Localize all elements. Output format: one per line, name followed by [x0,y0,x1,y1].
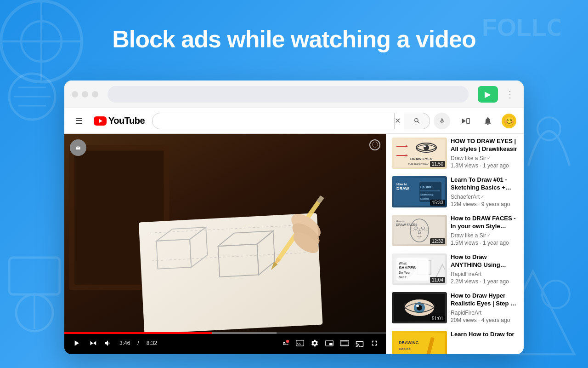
mic-button[interactable] [434,113,450,129]
settings-button[interactable] [309,337,321,349]
sidebar-video-info-6: Learn How to Draw for [451,331,518,340]
sidebar-video-title-3: How to DRAW FACES - In your own Style [F… [451,215,518,230]
sidebar-video-info-2: Learn To Draw #01 - Sketching Basics + M… [451,176,518,207]
sidebar-video-4[interactable]: What SHAPES Do You See? 11:04 How to Dra… [386,250,524,288]
svg-point-15 [537,117,560,140]
cast-button[interactable] [354,338,366,349]
browser-dots [72,91,98,98]
search-input[interactable] [152,113,395,129]
thumb-duration-5: 51:01 [430,316,445,322]
svg-rect-18 [467,118,469,123]
browser-play-button[interactable]: ▶ [478,86,498,103]
video-current-time: 3:46 [119,340,130,346]
youtube-sidebar: DRAW EYES THE EASY WAY 11:50 HOW TO DRAW… [386,134,524,354]
svg-text:Sketching: Sketching [420,193,434,196]
thumb-duration-1: 11:50 [430,161,445,167]
video-total-time: 8:32 [147,340,157,346]
doodle-bottom-left [0,248,69,340]
sidebar-video-title-6: Learn How to Draw for [451,331,518,339]
doodle-left-mid [5,69,60,124]
sidebar-video-2[interactable]: How to DRAW Ep. #01 Sketching Basics 15:… [386,172,524,211]
youtube-main: 🏔 ⓘ [64,134,524,354]
fullscreen-button[interactable] [368,337,380,349]
browser-dot-3 [92,91,98,98]
video-thumbnail-4: What SHAPES Do You See? 11:04 [392,253,447,285]
sidebar-video-title-1: HOW TO DRAW EYES | All styles | Drawlike… [451,138,518,153]
svg-text:DRAW EYES: DRAW EYES [410,157,433,161]
verified-icon-2: ✓ [481,194,484,199]
thumb-content-6: DRAWING Basics [392,331,447,354]
subtitles-button[interactable] [280,338,291,349]
sidebar-meta-1: 1.3M views · 1 year ago [451,162,518,169]
svg-rect-44 [341,341,348,345]
headline: Block ads while watching a video [0,25,588,53]
video-thumbnail-2: How to DRAW Ep. #01 Sketching Basics 15:… [392,176,447,207]
browser-address-bar[interactable] [107,86,469,103]
svg-text:DRAW FACES: DRAW FACES [396,223,418,226]
theater-button[interactable] [338,338,351,348]
svg-text:How to: How to [396,220,405,223]
thumb-duration-4: 11:04 [430,277,445,283]
svg-text:Basics: Basics [420,197,430,200]
svg-text:See?: See? [399,276,407,279]
svg-text:DRAW: DRAW [396,186,409,191]
hamburger-menu-icon[interactable]: ☰ [72,112,86,130]
sidebar-channel-2: SchaeferArt ✓ [451,194,518,200]
sidebar-meta-4: 2.2M views · 1 year ago [451,278,518,285]
right-controls: CC [280,337,380,349]
svg-point-52 [424,145,426,147]
svg-text:CC: CC [297,342,301,345]
svg-text:Do You: Do You [399,271,410,274]
search-button[interactable] [404,113,430,129]
svg-rect-5 [9,258,60,294]
sidebar-video-title-2: Learn To Draw #01 - Sketching Basics + M… [451,176,518,192]
volume-button[interactable] [102,337,114,349]
next-button[interactable] [86,337,98,349]
captions-button[interactable]: CC [294,338,306,348]
verified-icon-3: ✓ [487,233,491,238]
sidebar-channel-1: Draw like a Sir ✓ [451,155,518,161]
sidebar-video-info-1: HOW TO DRAW EYES | All styles | Drawlike… [451,138,518,169]
progress-buffered [212,332,277,334]
user-avatar[interactable]: 😊 [502,114,516,128]
sidebar-video-info-4: How to Draw ANYTHING Using Simple Shapes… [451,253,518,285]
video-content: 🏔 ⓘ [64,134,386,332]
browser-dot-2 [82,91,88,98]
youtube-logo[interactable]: YouTube [94,115,145,126]
youtube-header: ☰ YouTube ✕ [64,108,524,134]
sidebar-meta-2: 12M views · 9 years ago [451,201,518,207]
sidebar-video-5[interactable]: 51:01 How to Draw Hyper Realistic Eyes |… [386,288,524,327]
sidebar-video-6[interactable]: DRAWING Basics Learn How to Draw for [386,327,524,354]
video-controls: 3:46 / 8:32 [64,332,386,354]
search-clear-icon[interactable]: ✕ [395,116,401,125]
sidebar-video-3[interactable]: How to DRAW FACES 12:32 How to DRAW FACE… [386,211,524,250]
miniplayer-button[interactable] [323,338,335,348]
svg-text:How to: How to [396,183,407,186]
sidebar-channel-5: RapidFireArt [451,310,518,316]
svg-text:DRAWING: DRAWING [399,340,419,345]
video-thumbnail-5: 51:01 [392,292,447,323]
youtube-logo-text: YouTube [108,115,145,126]
video-thumbnail-1: DRAW EYES THE EASY WAY 11:50 [392,138,447,169]
browser-window: ▶ ⋮ ☰ YouTube ✕ [64,80,524,354]
sidebar-meta-5: 20M views · 4 years ago [451,317,518,323]
svg-point-38 [286,340,289,343]
notifications-button[interactable] [480,113,496,129]
browser-menu-button[interactable]: ⋮ [503,87,516,102]
sidebar-video-info-5: How to Draw Hyper Realistic Eyes | Step … [451,292,518,323]
header-actions: 😊 [458,113,516,129]
video-info-icon[interactable]: ⓘ [369,139,380,150]
play-pause-button[interactable] [70,337,83,350]
channel-logo: 🏔 [70,139,86,156]
svg-point-9 [542,281,570,308]
sidebar-video-title-5: How to Draw Hyper Realistic Eyes | Step … [451,292,518,308]
create-video-button[interactable] [458,113,474,129]
doodle-right-mid [514,92,583,175]
sidebar-video-title-4: How to Draw ANYTHING Using Simple Shapes [451,253,518,269]
thumb-duration-3: 12:32 [430,238,445,244]
sidebar-video-1[interactable]: DRAW EYES THE EASY WAY 11:50 HOW TO DRAW… [386,134,524,172]
browser-dot-1 [72,91,78,98]
youtube-logo-icon [94,116,107,126]
progress-bar[interactable] [64,332,386,334]
video-area[interactable]: 🏔 ⓘ [64,134,386,332]
